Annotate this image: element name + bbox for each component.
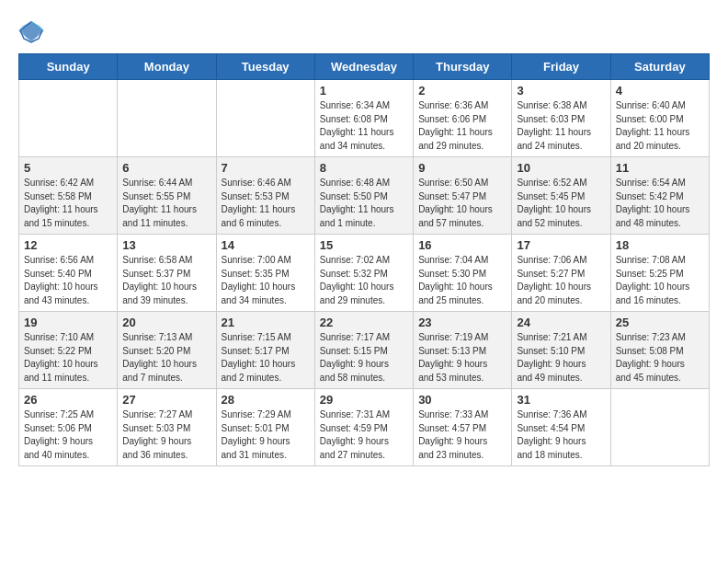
calendar-cell: 4Sunrise: 6:40 AM Sunset: 6:00 PM Daylig…	[610, 80, 709, 157]
calendar-cell: 1Sunrise: 6:34 AM Sunset: 6:08 PM Daylig…	[314, 80, 413, 157]
calendar-cell: 24Sunrise: 7:21 AM Sunset: 5:10 PM Dayli…	[512, 312, 610, 389]
calendar-cell: 7Sunrise: 6:46 AM Sunset: 5:53 PM Daylig…	[216, 157, 314, 235]
cell-info: Sunrise: 6:54 AM Sunset: 5:42 PM Dayligh…	[616, 177, 704, 230]
calendar-cell	[118, 80, 216, 157]
week-row-1: 1Sunrise: 6:34 AM Sunset: 6:08 PM Daylig…	[19, 80, 710, 157]
cell-info: Sunrise: 7:15 AM Sunset: 5:17 PM Dayligh…	[222, 331, 310, 385]
cell-date: 31	[517, 393, 605, 407]
cell-date: 16	[418, 238, 506, 252]
calendar-cell: 3Sunrise: 6:38 AM Sunset: 6:03 PM Daylig…	[512, 80, 610, 157]
cell-info: Sunrise: 6:44 AM Sunset: 5:55 PM Dayligh…	[122, 177, 210, 230]
cell-info: Sunrise: 7:00 AM Sunset: 5:35 PM Dayligh…	[222, 254, 310, 307]
cell-date: 27	[122, 393, 210, 407]
cell-info: Sunrise: 6:36 AM Sunset: 6:06 PM Dayligh…	[418, 99, 506, 153]
cell-info: Sunrise: 7:21 AM Sunset: 5:10 PM Dayligh…	[517, 331, 605, 385]
calendar-cell: 10Sunrise: 6:52 AM Sunset: 5:45 PM Dayli…	[512, 157, 610, 235]
cell-info: Sunrise: 6:52 AM Sunset: 5:45 PM Dayligh…	[517, 177, 605, 230]
week-row-5: 26Sunrise: 7:25 AM Sunset: 5:06 PM Dayli…	[19, 389, 710, 466]
cell-info: Sunrise: 7:10 AM Sunset: 5:22 PM Dayligh…	[24, 331, 112, 385]
calendar-cell: 31Sunrise: 7:36 AM Sunset: 4:54 PM Dayli…	[512, 389, 610, 466]
day-header-thursday: Thursday	[414, 54, 512, 80]
cell-info: Sunrise: 7:17 AM Sunset: 5:15 PM Dayligh…	[320, 331, 408, 385]
cell-date: 29	[320, 393, 408, 407]
cell-info: Sunrise: 6:38 AM Sunset: 6:03 PM Dayligh…	[517, 99, 605, 153]
calendar-cell: 2Sunrise: 6:36 AM Sunset: 6:06 PM Daylig…	[414, 80, 512, 157]
cell-date: 11	[616, 161, 704, 175]
calendar-cell: 29Sunrise: 7:31 AM Sunset: 4:59 PM Dayli…	[314, 389, 413, 466]
calendar-cell: 11Sunrise: 6:54 AM Sunset: 5:42 PM Dayli…	[610, 157, 709, 235]
page-header	[18, 18, 710, 44]
cell-date: 23	[418, 316, 506, 329]
cell-info: Sunrise: 7:08 AM Sunset: 5:25 PM Dayligh…	[616, 254, 704, 307]
cell-info: Sunrise: 7:04 AM Sunset: 5:30 PM Dayligh…	[418, 254, 506, 307]
calendar-cell: 25Sunrise: 7:23 AM Sunset: 5:08 PM Dayli…	[610, 312, 709, 389]
cell-date: 28	[222, 393, 310, 407]
calendar-cell: 26Sunrise: 7:25 AM Sunset: 5:06 PM Dayli…	[19, 389, 118, 466]
cell-info: Sunrise: 7:23 AM Sunset: 5:08 PM Dayligh…	[616, 331, 704, 385]
calendar-cell	[19, 80, 118, 157]
calendar-cell: 8Sunrise: 6:48 AM Sunset: 5:50 PM Daylig…	[314, 157, 413, 235]
cell-info: Sunrise: 7:36 AM Sunset: 4:54 PM Dayligh…	[517, 408, 605, 462]
calendar-cell: 5Sunrise: 6:42 AM Sunset: 5:58 PM Daylig…	[19, 157, 118, 235]
cell-date: 3	[517, 84, 605, 98]
day-header-saturday: Saturday	[610, 54, 709, 80]
calendar-cell: 12Sunrise: 6:56 AM Sunset: 5:40 PM Dayli…	[19, 235, 118, 312]
cell-date: 10	[517, 161, 605, 175]
calendar-cell: 23Sunrise: 7:19 AM Sunset: 5:13 PM Dayli…	[414, 312, 512, 389]
calendar-cell: 20Sunrise: 7:13 AM Sunset: 5:20 PM Dayli…	[118, 312, 216, 389]
cell-info: Sunrise: 7:31 AM Sunset: 4:59 PM Dayligh…	[320, 408, 408, 462]
cell-date: 14	[222, 238, 310, 252]
logo-icon	[18, 18, 44, 44]
day-header-sunday: Sunday	[19, 54, 118, 80]
day-header-friday: Friday	[512, 54, 610, 80]
cell-info: Sunrise: 7:13 AM Sunset: 5:20 PM Dayligh…	[122, 331, 210, 385]
cell-date: 4	[616, 84, 704, 98]
calendar-cell: 16Sunrise: 7:04 AM Sunset: 5:30 PM Dayli…	[414, 235, 512, 312]
cell-date: 13	[122, 238, 210, 252]
day-headers-row: SundayMondayTuesdayWednesdayThursdayFrid…	[19, 54, 710, 80]
cell-info: Sunrise: 6:46 AM Sunset: 5:53 PM Dayligh…	[222, 177, 310, 230]
week-row-4: 19Sunrise: 7:10 AM Sunset: 5:22 PM Dayli…	[19, 312, 710, 389]
cell-date: 21	[222, 316, 310, 329]
cell-date: 20	[122, 316, 210, 329]
calendar-cell: 19Sunrise: 7:10 AM Sunset: 5:22 PM Dayli…	[19, 312, 118, 389]
cell-info: Sunrise: 7:27 AM Sunset: 5:03 PM Dayligh…	[122, 408, 210, 462]
cell-info: Sunrise: 6:58 AM Sunset: 5:37 PM Dayligh…	[122, 254, 210, 307]
cell-date: 17	[517, 238, 605, 252]
cell-date: 9	[418, 161, 506, 175]
cell-date: 19	[24, 316, 112, 329]
cell-info: Sunrise: 6:50 AM Sunset: 5:47 PM Dayligh…	[418, 177, 506, 230]
cell-date: 22	[320, 316, 408, 329]
cell-info: Sunrise: 6:48 AM Sunset: 5:50 PM Dayligh…	[320, 177, 408, 230]
week-row-2: 5Sunrise: 6:42 AM Sunset: 5:58 PM Daylig…	[19, 157, 710, 235]
week-row-3: 12Sunrise: 6:56 AM Sunset: 5:40 PM Dayli…	[19, 235, 710, 312]
cell-date: 2	[418, 84, 506, 98]
logo	[18, 18, 48, 44]
cell-info: Sunrise: 6:56 AM Sunset: 5:40 PM Dayligh…	[24, 254, 112, 307]
cell-info: Sunrise: 7:06 AM Sunset: 5:27 PM Dayligh…	[517, 254, 605, 307]
cell-info: Sunrise: 7:02 AM Sunset: 5:32 PM Dayligh…	[320, 254, 408, 307]
day-header-monday: Monday	[118, 54, 216, 80]
cell-date: 1	[320, 84, 408, 98]
cell-info: Sunrise: 6:40 AM Sunset: 6:00 PM Dayligh…	[616, 99, 704, 153]
calendar-cell: 22Sunrise: 7:17 AM Sunset: 5:15 PM Dayli…	[314, 312, 413, 389]
calendar-cell	[610, 389, 709, 466]
calendar-cell: 18Sunrise: 7:08 AM Sunset: 5:25 PM Dayli…	[610, 235, 709, 312]
cell-date: 15	[320, 238, 408, 252]
day-header-tuesday: Tuesday	[216, 54, 314, 80]
calendar-cell: 17Sunrise: 7:06 AM Sunset: 5:27 PM Dayli…	[512, 235, 610, 312]
cell-info: Sunrise: 6:34 AM Sunset: 6:08 PM Dayligh…	[320, 99, 408, 153]
cell-date: 8	[320, 161, 408, 175]
cell-date: 12	[24, 238, 112, 252]
cell-date: 24	[517, 316, 605, 329]
calendar-cell: 13Sunrise: 6:58 AM Sunset: 5:37 PM Dayli…	[118, 235, 216, 312]
calendar-cell: 30Sunrise: 7:33 AM Sunset: 4:57 PM Dayli…	[414, 389, 512, 466]
calendar-cell: 6Sunrise: 6:44 AM Sunset: 5:55 PM Daylig…	[118, 157, 216, 235]
cell-date: 25	[616, 316, 704, 329]
cell-info: Sunrise: 7:25 AM Sunset: 5:06 PM Dayligh…	[24, 408, 112, 462]
cell-info: Sunrise: 7:19 AM Sunset: 5:13 PM Dayligh…	[418, 331, 506, 385]
cell-date: 7	[222, 161, 310, 175]
calendar-cell: 14Sunrise: 7:00 AM Sunset: 5:35 PM Dayli…	[216, 235, 314, 312]
calendar-cell: 15Sunrise: 7:02 AM Sunset: 5:32 PM Dayli…	[314, 235, 413, 312]
calendar-cell: 28Sunrise: 7:29 AM Sunset: 5:01 PM Dayli…	[216, 389, 314, 466]
